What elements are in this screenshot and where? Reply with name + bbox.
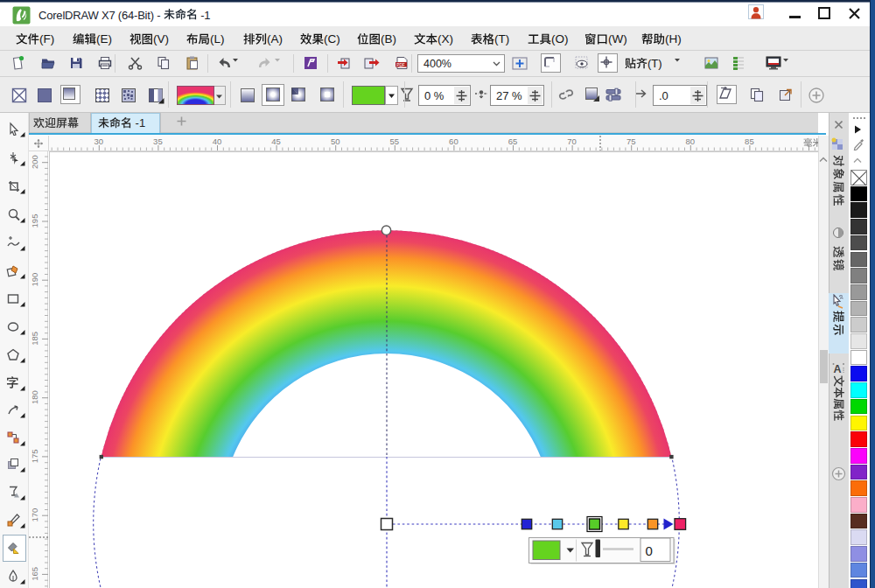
svg-text:45: 45 xyxy=(271,136,281,146)
svg-text:PDF: PDF xyxy=(396,63,405,67)
svg-text:170: 170 xyxy=(30,508,39,522)
svg-text:30: 30 xyxy=(94,136,104,146)
svg-text:A: A xyxy=(833,363,841,374)
svg-text:80: 80 xyxy=(686,136,696,146)
svg-text:200: 200 xyxy=(30,155,39,169)
svg-text:0: 0 xyxy=(646,543,653,558)
svg-text:180: 180 xyxy=(30,390,39,404)
svg-text:75: 75 xyxy=(626,136,636,146)
svg-text:190: 190 xyxy=(30,273,39,287)
svg-text:175: 175 xyxy=(30,449,39,463)
svg-text:35: 35 xyxy=(153,136,163,146)
svg-text:65: 65 xyxy=(508,136,518,146)
svg-text:40: 40 xyxy=(213,136,222,146)
svg-text:85: 85 xyxy=(745,136,754,146)
svg-text:70: 70 xyxy=(567,136,577,146)
svg-text:165: 165 xyxy=(30,567,39,581)
svg-text:185: 185 xyxy=(30,332,39,346)
svg-text:50: 50 xyxy=(331,136,340,146)
svg-text:195: 195 xyxy=(30,214,39,228)
svg-text:60: 60 xyxy=(449,136,458,146)
svg-text:55: 55 xyxy=(390,136,400,146)
